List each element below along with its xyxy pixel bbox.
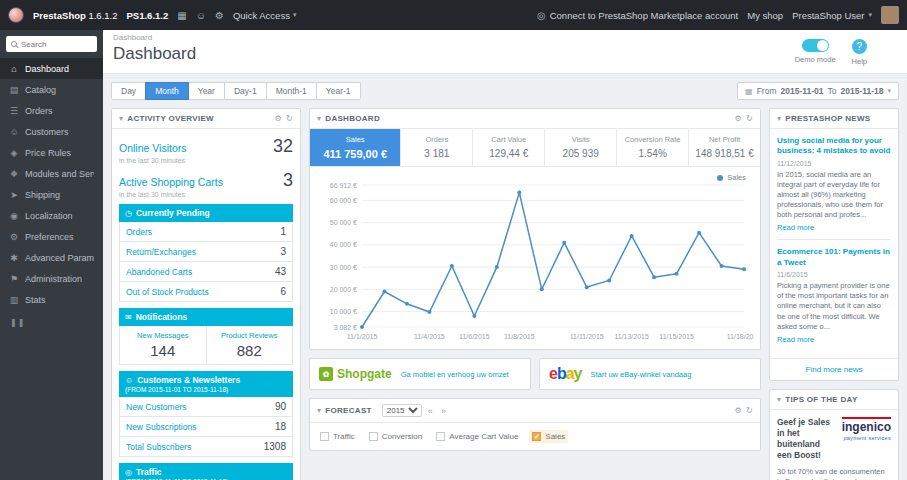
read-more-link[interactable]: Read more [777,335,891,344]
pending-row-label: Return/Exchanges [126,247,196,257]
sidebar-item-stats[interactable]: ▥Stats [0,289,103,310]
chart-legend[interactable]: Sales [717,173,746,182]
news-article-date: 11/6/2015 [777,271,891,278]
forecast-option-sales[interactable]: ✔Sales [529,430,568,443]
activity-overview-panel: ▾ ACTIVITY OVERVIEW ⚙ ↻ Online Visitors … [111,108,301,480]
brand: PrestaShop 1.6.1.2 [33,10,118,21]
sidebar-item-catalog[interactable]: ▤Catalog [0,79,103,100]
shopgate-link[interactable]: Ga mobiel en verhoog uw omzet [401,370,509,379]
gear-icon[interactable]: ⚙ [735,114,742,123]
pending-row-out-of-stock-products[interactable]: Out of Stock Products6 [119,282,293,302]
customers-row-label: New Subscriptions [126,422,196,432]
forecast-option-label: Average Cart Value [449,432,518,441]
sidebar-item-price-rules[interactable]: ◈Price Rules [0,142,103,163]
online-visitors-link[interactable]: Online Visitors [119,142,187,154]
checkbox-icon[interactable] [436,432,445,441]
read-more-link[interactable]: Read more [777,223,891,232]
customers-row-total-subscribers[interactable]: Total Subscribers1308 [119,437,293,457]
marketplace-link[interactable]: ◎ Connect to PrestaShop Marketplace acco… [537,10,738,21]
refresh-icon[interactable]: ↻ [746,114,753,123]
help-icon[interactable]: ? [852,39,867,54]
range-button-year-1[interactable]: Year-1 [316,82,361,100]
news-article-title[interactable]: Using social media for your business: 4 … [777,136,891,157]
customer-icon[interactable]: ☺ [196,10,206,21]
gear-icon[interactable]: ⚙ [735,406,742,415]
sidebar-item-localization[interactable]: ◉Localization [0,205,103,226]
forecast-option-average-cart-value[interactable]: Average Cart Value [433,430,521,443]
ingenico-subtitle: payment services [842,435,891,441]
sidebar-item-dashboard[interactable]: ⌂Dashboard [0,58,103,79]
sidebar-collapse-button[interactable]: ❚❚ [0,310,103,335]
range-button-year[interactable]: Year [188,82,225,100]
panel-caret-icon: ▾ [119,114,123,123]
sidebar-item-modules-and-services[interactable]: ❖Modules and Services [0,163,103,184]
shopgate-module-card[interactable]: ✿ Shopgate Ga mobiel en verhoog uw omzet [309,358,531,390]
shop-name-link[interactable]: PS1.6.1.2 [127,10,169,21]
avatar[interactable] [881,6,899,24]
find-more-news-link[interactable]: Find more news [770,358,898,380]
pending-row-abandoned-carts[interactable]: Abandoned Carts43 [119,262,293,282]
customers-row-new-subscriptions[interactable]: New Subscriptions18 [119,417,293,437]
globe-icon: ◎ [537,10,546,21]
checkbox-icon[interactable] [320,432,329,441]
next-page-button[interactable]: » [439,406,448,416]
breadcrumb[interactable]: Dashboard [113,33,196,42]
ingenico-logo: ingenico payment services [842,417,891,441]
active-carts-link[interactable]: Active Shopping Carts [119,176,223,188]
forecast-panel: ▾ FORECAST 2015 « » ⚙ ↻ TrafficConversio… [309,398,761,451]
sidebar-item-label: Advanced Parameters [25,253,94,263]
demo-mode-toggle[interactable] [802,39,829,52]
sidebar-item-administration[interactable]: ⚑Administration [0,268,103,289]
customers-row-new-customers[interactable]: New Customers90 [119,397,293,417]
sidebar-search[interactable] [6,36,97,52]
kpi-cart-value[interactable]: Cart Value129,44 € [473,129,545,166]
gear-icon[interactable]: ⚙ [275,114,282,123]
customers-row-value: 18 [275,421,286,432]
news-article-title[interactable]: Ecommerce 101: Payments in a Tweet [777,247,891,268]
forecast-option-label: Sales [545,432,565,441]
prestashop-logo [8,7,24,23]
checkbox-icon[interactable]: ✔ [532,432,541,441]
prev-page-button[interactable]: « [426,406,435,416]
cart-icon[interactable]: ▦ [177,10,186,21]
checkbox-icon[interactable] [369,432,378,441]
kpi-conversion-rate[interactable]: Conversion Rate1.54% [617,129,689,166]
sidebar-item-orders[interactable]: ☰Orders [0,100,103,121]
pending-row-orders[interactable]: Orders1 [119,222,293,242]
kpi-visits[interactable]: Visits205 939 [545,129,617,166]
sidebar-item-label: Preferences [25,232,74,242]
range-button-month-1[interactable]: Month-1 [266,82,317,100]
notification-new-messages[interactable]: New Messages144 [120,326,206,364]
range-button-day-1[interactable]: Day-1 [224,82,267,100]
year-select[interactable]: 2015 [382,404,422,417]
sidebar-item-customers[interactable]: ☺Customers [0,121,103,142]
refresh-icon[interactable]: ↻ [286,114,293,123]
refresh-icon[interactable]: ↻ [746,406,753,415]
user-menu[interactable]: PrestaShop User ▾ [792,10,872,21]
date-range-picker[interactable]: ▦ From 2015-11-01 To 2015-11-18 ▾ [737,82,899,100]
search-input[interactable] [21,40,92,49]
forecast-option-conversion[interactable]: Conversion [366,430,425,443]
brand-version: 1.6.1.2 [88,10,117,21]
ebay-module-card[interactable]: ebay Start uw eBay-winkel vandaag [539,358,761,390]
kpi-net-profit[interactable]: Net Profit148 918,51 € [689,129,760,166]
kpi-orders[interactable]: Orders3 181 [401,129,473,166]
range-button-month[interactable]: Month [145,82,189,100]
kpi-value: 148 918,51 € [692,148,757,159]
sidebar-item-label: Price Rules [25,148,71,158]
my-shop-link[interactable]: My shop [747,10,783,21]
notification-product-reviews[interactable]: Product Reviews882 [206,326,293,364]
ebay-link[interactable]: Start uw eBay-winkel vandaag [591,370,692,379]
forecast-option-traffic[interactable]: Traffic [317,430,358,443]
wrench-icon[interactable]: ⚙ [215,10,224,21]
kpi-label: Conversion Rate [620,135,685,144]
quick-access-menu[interactable]: Quick Access ▾ [233,10,297,21]
brand-name: PrestaShop [33,10,86,21]
pending-row-return-exchanges[interactable]: Return/Exchanges3 [119,242,293,262]
sidebar-item-advanced-parameters[interactable]: ✱Advanced Parameters [0,247,103,268]
sidebar-item-preferences[interactable]: ⚙Preferences [0,226,103,247]
sidebar-item-shipping[interactable]: ➤Shipping [0,184,103,205]
range-button-day[interactable]: Day [111,82,146,100]
kpi-sales[interactable]: Sales411 759,00 € [310,129,401,166]
forecast-option-label: Conversion [382,432,422,441]
